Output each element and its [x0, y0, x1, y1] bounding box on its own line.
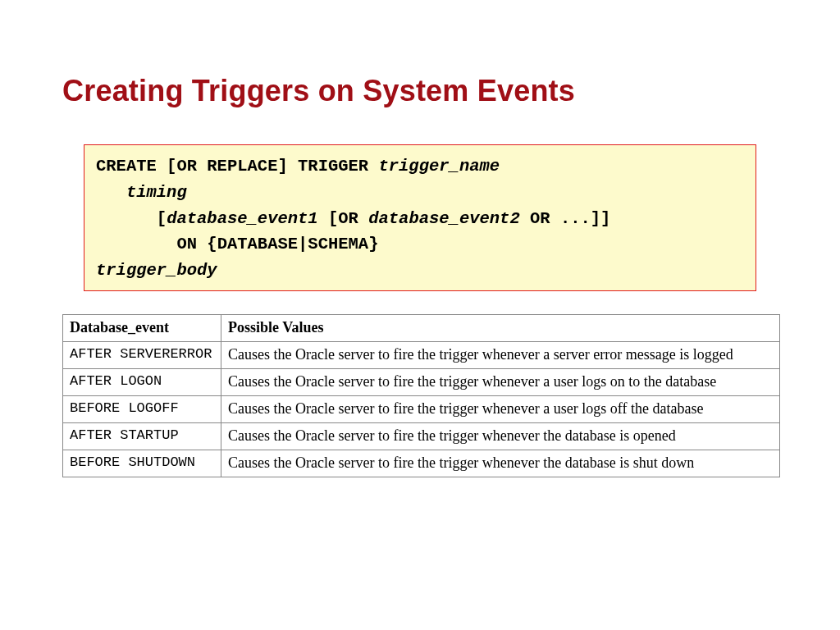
- code-line-5: trigger_body: [96, 258, 744, 284]
- code-text: CREATE [OR REPLACE] TRIGGER: [96, 157, 378, 176]
- table-head-event: Database_event: [63, 314, 221, 341]
- events-table: Database_event Possible Values AFTER SER…: [62, 314, 780, 477]
- table-head-values: Possible Values: [221, 314, 780, 341]
- desc-cell: Causes the Oracle server to fire the tri…: [221, 422, 780, 450]
- code-param: trigger_name: [378, 157, 500, 176]
- table-head-row: Database_event Possible Values: [63, 314, 780, 341]
- slide-content: Creating Triggers on System Events CREAT…: [0, 0, 840, 510]
- event-cell: BEFORE SHUTDOWN: [63, 450, 221, 477]
- code-text: [OR: [318, 209, 369, 228]
- table-row: BEFORE LOGOFF Causes the Oracle server t…: [63, 395, 780, 422]
- code-param: database_event1: [167, 209, 318, 228]
- code-param: timing: [126, 183, 187, 202]
- event-cell: AFTER LOGON: [63, 368, 221, 395]
- desc-cell: Causes the Oracle server to fire the tri…: [221, 368, 780, 395]
- code-param: trigger_body: [96, 261, 217, 280]
- event-cell: AFTER STARTUP: [63, 422, 221, 450]
- code-line-1: CREATE [OR REPLACE] TRIGGER trigger_name: [96, 153, 744, 180]
- code-param: database_event2: [368, 209, 520, 228]
- desc-cell: Causes the Oracle server to fire the tri…: [221, 341, 780, 368]
- table-row: AFTER SERVERERROR Causes the Oracle serv…: [63, 341, 780, 368]
- desc-cell: Causes the Oracle server to fire the tri…: [221, 450, 780, 477]
- code-text: [: [157, 209, 167, 228]
- code-text: OR ...]]: [520, 209, 611, 228]
- table-row: AFTER STARTUP Causes the Oracle server t…: [63, 422, 780, 450]
- event-cell: BEFORE LOGOFF: [63, 395, 221, 422]
- code-line-4: ON {DATABASE|SCHEMA}: [96, 231, 744, 258]
- code-line-2: timing: [96, 180, 744, 206]
- table-row: AFTER LOGON Causes the Oracle server to …: [63, 368, 780, 395]
- syntax-code-box: CREATE [OR REPLACE] TRIGGER trigger_name…: [84, 144, 756, 291]
- event-cell: AFTER SERVERERROR: [63, 341, 221, 368]
- code-text: ON {DATABASE|SCHEMA}: [176, 235, 378, 253]
- table-row: BEFORE SHUTDOWN Causes the Oracle server…: [63, 450, 780, 477]
- code-line-3: [database_event1 [OR database_event2 OR …: [96, 206, 744, 232]
- desc-cell: Causes the Oracle server to fire the tri…: [221, 395, 780, 422]
- slide-title: Creating Triggers on System Events: [62, 74, 781, 108]
